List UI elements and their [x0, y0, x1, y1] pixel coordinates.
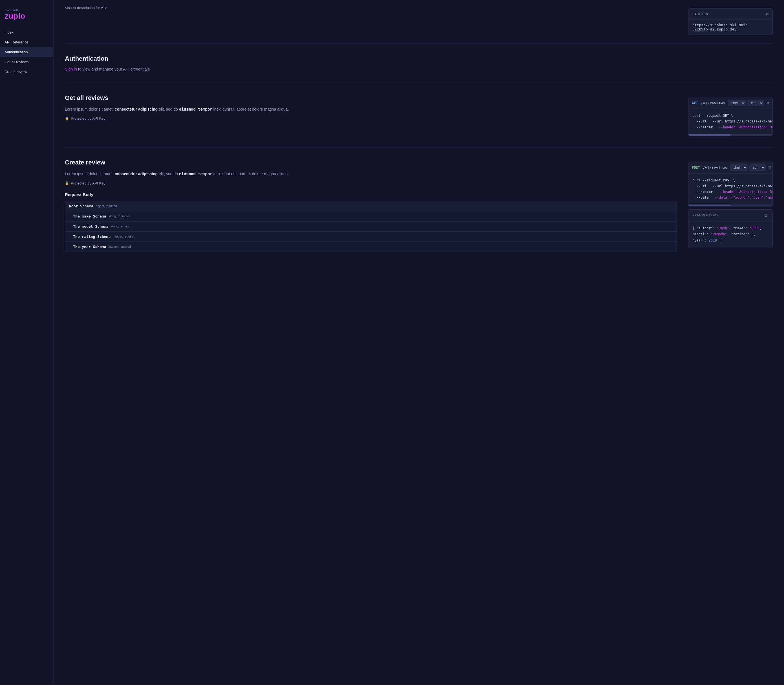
authentication-left: Authentication Sign in to view and manag… — [65, 55, 677, 71]
main-content: <insert description for v1> BASE URL ⧉ h… — [53, 0, 784, 685]
post-endpoint-path: /v1/reviews — [703, 166, 727, 170]
schema-field-rating: The rating Schema integer, required — [65, 232, 677, 242]
request-body-title: Request Body — [65, 192, 677, 197]
sidebar-link-api-reference[interactable]: API Reference — [0, 37, 53, 47]
top-description: <insert description for v1> — [65, 6, 677, 10]
sidebar-link-index[interactable]: Index — [0, 28, 53, 37]
sidebar-link-authentication[interactable]: Authentication — [0, 47, 53, 57]
lock-icon-2: 🔒 — [65, 181, 69, 185]
desc-end-1: incididunt ut labore et dolore magna ali… — [212, 107, 289, 112]
schema-root-type: object, required — [96, 204, 117, 208]
example-body-header: EXAMPLE BODY ⧉ — [688, 209, 773, 221]
lock-icon: 🔒 — [65, 117, 69, 120]
post-scrollbar-thumb — [688, 205, 731, 206]
code-scrollbar[interactable] — [688, 134, 773, 136]
create-review-right: POST /v1/reviews shell curl ⧉ curl — [688, 159, 773, 252]
get-all-reviews-content: Get all reviews Lorem ipsum dolor sit am… — [65, 94, 773, 136]
post-code-body: curl --request POST \ --url --url https:… — [688, 174, 773, 205]
schema-field-make-name: The make Schema — [73, 214, 106, 218]
sign-in-link[interactable]: Sign in — [65, 67, 77, 71]
top-description-area: <insert description for v1> — [65, 6, 677, 35]
create-review-code-card: POST /v1/reviews shell curl ⧉ curl — [688, 162, 773, 206]
post-code-line-3: --header --header 'Authorization: Bearer… — [692, 190, 773, 194]
sign-in-block: Sign in to view and manage your API cred… — [65, 67, 677, 71]
schema-field-year-name: The year Schema — [73, 245, 106, 249]
create-review-section: Create review Lorem ipsum dolor sit amet… — [65, 148, 773, 263]
schema-field-model-type: string, required — [110, 224, 131, 228]
get-reviews-code-card: GET /v1/reviews shell curl ⧉ curl - — [688, 97, 773, 136]
code-scrollbar-thumb — [688, 134, 731, 136]
sidebar-item-create-review[interactable]: Create review — [0, 67, 53, 77]
post-code-scrollbar[interactable] — [688, 205, 773, 206]
base-url-header: BASE URL ⧉ — [688, 9, 773, 19]
example-body-code: { "author": "Josh", "make": "DPS", "mode… — [688, 221, 773, 248]
post-code-card-header: POST /v1/reviews shell curl ⧉ — [688, 162, 773, 174]
sidebar-item-api-reference[interactable]: API Reference — [0, 37, 53, 47]
desc-mid-1: elit, sed do — [158, 107, 179, 112]
authentication-title: Authentication — [65, 55, 677, 62]
post-code-line-4: --data --data '{"author":"Josh","make":"… — [692, 195, 773, 200]
create-review-protected: 🔒 Protected by API Key — [65, 181, 677, 185]
get-reviews-code-body: curl --request GET \ --url --url https:/… — [688, 109, 773, 134]
post-code-line-1: curl --request POST \ — [692, 178, 735, 182]
schema-field-year: The year Schema integer, required — [65, 242, 677, 252]
schema-field-rating-name: The rating Schema — [73, 234, 110, 239]
get-all-reviews-left: Get all reviews Lorem ipsum dolor sit am… — [65, 94, 677, 136]
sidebar-nav: Index API Reference Authentication Get a… — [0, 28, 53, 77]
example-body-label: EXAMPLE BODY — [692, 214, 719, 217]
schema-table: Root Schema object, required The make Sc… — [65, 201, 677, 252]
schema-field-make-type: string, required — [108, 214, 129, 218]
sidebar-item-get-all-reviews[interactable]: Get all reviews — [0, 57, 53, 67]
top-area: <insert description for v1> BASE URL ⧉ h… — [65, 0, 773, 35]
base-url-area: BASE URL ⧉ https://supabase-ski-main-82c… — [688, 6, 773, 35]
schema-field-year-type: integer, required — [108, 245, 131, 248]
base-url-value: https://supabase-ski-main-82cb9fb.d2.zup… — [688, 19, 773, 35]
sidebar: made with zuplo Index API Reference Auth… — [0, 0, 53, 685]
copy-code-button[interactable]: ⧉ — [765, 100, 771, 106]
protected-text: Protected by API Key — [71, 116, 105, 120]
sidebar-link-get-all-reviews[interactable]: Get all reviews — [0, 57, 53, 67]
get-all-reviews-right: GET /v1/reviews shell curl ⧉ curl - — [688, 94, 773, 136]
create-review-desc: Lorem ipsum dolor sit amet, consectetur … — [65, 171, 677, 177]
post-code-toolbar: shell curl ⧉ — [730, 164, 773, 171]
sidebar-link-create-review[interactable]: Create review — [0, 67, 53, 77]
base-url-label: BASE URL — [692, 12, 709, 16]
create-review-content: Create review Lorem ipsum dolor sit amet… — [65, 159, 773, 252]
create-review-title: Create review — [65, 159, 677, 166]
cr-desc-bold2: eiusmod tempor — [179, 172, 212, 176]
schema-field-make: The make Schema string, required — [65, 211, 677, 221]
sidebar-item-authentication[interactable]: Authentication — [0, 47, 53, 57]
get-endpoint-path: /v1/reviews — [701, 101, 725, 105]
cr-desc-normal: Lorem ipsum dolor sit amet, — [65, 172, 115, 176]
code-line-1: curl --request GET \ — [692, 114, 733, 118]
desc-bold2: eiusmod tempor — [179, 107, 212, 112]
logo-brand: zuplo — [5, 12, 49, 21]
authentication-content: Authentication Sign in to view and manag… — [65, 55, 773, 71]
protected-text-2: Protected by API Key — [71, 181, 105, 185]
schema-root-name: Root Schema — [69, 204, 93, 208]
curl-select[interactable]: curl — [747, 100, 764, 106]
post-curl-select[interactable]: curl — [749, 164, 766, 171]
authentication-section: Authentication Sign in to view and manag… — [65, 44, 773, 83]
post-shell-select[interactable]: shell — [730, 164, 748, 171]
example-body-card: EXAMPLE BODY ⧉ { "author": "Josh", "make… — [688, 209, 773, 248]
get-all-reviews-desc: Lorem ipsum dolor sit amet, consectetur … — [65, 106, 677, 112]
code-line-2: --url --url https://supabase-ski-main-82… — [692, 119, 773, 123]
desc-normal-1: Lorem ipsum dolor sit amet, — [65, 107, 115, 112]
cr-desc-end: incididunt ut labore et dolore magna ali… — [212, 172, 289, 176]
schema-field-model: The model Schema string, required — [65, 221, 677, 232]
logo: made with zuplo — [0, 6, 53, 28]
get-all-reviews-section: Get all reviews Lorem ipsum dolor sit am… — [65, 83, 773, 148]
schema-field-rating-type: integer, required — [113, 235, 135, 238]
create-review-left: Create review Lorem ipsum dolor sit amet… — [65, 159, 677, 252]
get-all-reviews-title: Get all reviews — [65, 94, 677, 102]
schema-root-row: Root Schema object, required — [65, 201, 677, 211]
get-method-badge: GET — [692, 101, 698, 105]
request-body-section: Request Body Root Schema object, require… — [65, 192, 677, 252]
copy-post-code-button[interactable]: ⧉ — [767, 165, 773, 171]
sidebar-item-index[interactable]: Index — [0, 28, 53, 37]
copy-base-url-button[interactable]: ⧉ — [766, 11, 768, 16]
base-url-card: BASE URL ⧉ https://supabase-ski-main-82c… — [688, 8, 773, 35]
shell-select[interactable]: shell — [728, 100, 746, 106]
copy-example-button[interactable]: ⧉ — [763, 213, 768, 218]
